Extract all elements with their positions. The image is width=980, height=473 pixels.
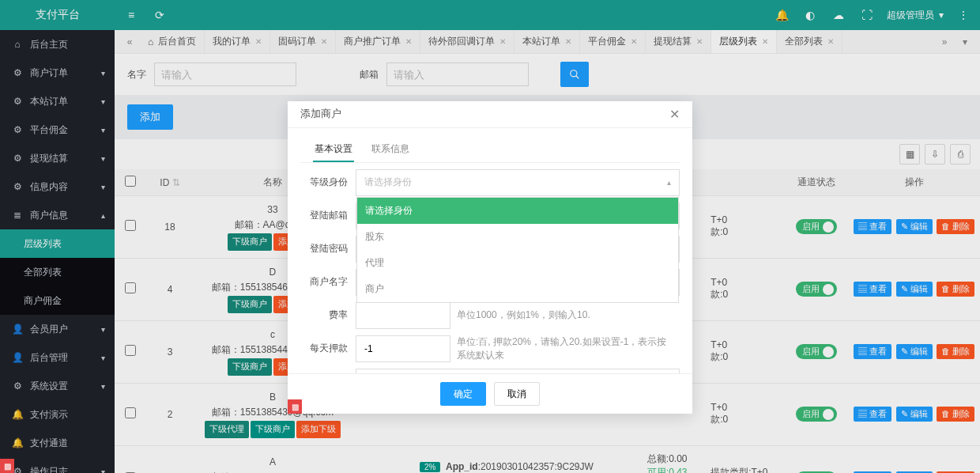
page-corner-badge: ▩ [0, 459, 14, 473]
label-password: 登陆密码 [300, 242, 356, 255]
dropdown-option[interactable]: 股东 [357, 224, 678, 250]
modal-mask[interactable]: 添加商户 ✕ 基本设置 联系信息 等级身份 请选择身份 ▴ 请选择身份股东代理商… [0, 0, 980, 473]
cancel-button[interactable]: 取消 [494, 382, 540, 406]
modal-title: 添加商户 [300, 107, 341, 121]
tab-basic[interactable]: 基本设置 [313, 138, 354, 162]
label-email: 登陆邮箱 [300, 209, 356, 222]
daily-input[interactable] [364, 343, 442, 354]
label-merchant-name: 商户名字 [300, 275, 356, 289]
ok-button[interactable]: 确定 [440, 382, 486, 406]
identity-select[interactable]: 请选择身份 ▴ 请选择身份股东代理商户 [356, 169, 680, 196]
add-merchant-modal: 添加商户 ✕ 基本设置 联系信息 等级身份 请选择身份 ▴ 请选择身份股东代理商… [288, 101, 692, 414]
wtype-select[interactable]: 未设置 ▾ [356, 369, 680, 373]
dropdown-option[interactable]: 商户 [357, 276, 678, 302]
label-identity: 等级身份 [300, 176, 356, 189]
daily-hint: 单位:百, 押款20%，请输入20.如果设置-1，表示按系统默认来 [450, 335, 672, 362]
rate-input[interactable] [364, 310, 442, 321]
identity-dropdown: 请选择身份股东代理商户 [356, 197, 679, 303]
chevron-up-icon: ▴ [667, 178, 671, 187]
dropdown-option[interactable]: 代理 [357, 250, 678, 276]
close-icon[interactable]: ✕ [669, 107, 680, 122]
dropdown-option[interactable]: 请选择身份 [357, 198, 678, 224]
rate-hint: 单位1000，例如1%，则输入10. [450, 308, 590, 322]
corner-badge: ▩ [288, 399, 302, 414]
identity-placeholder: 请选择身份 [364, 176, 412, 189]
label-rate: 费率 [300, 308, 356, 322]
label-daily: 每天押款 [300, 342, 356, 355]
tab-contact[interactable]: 联系信息 [370, 138, 411, 162]
